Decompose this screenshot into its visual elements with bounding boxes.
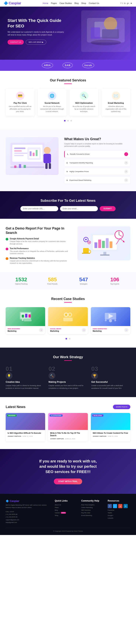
case-subcategory-1: Marketing	[8, 330, 20, 332]
great-illustration-container	[6, 137, 58, 175]
case-dot-1[interactable]	[66, 338, 67, 340]
svg-point-49	[22, 319, 24, 321]
great-item-1[interactable]: 1. Results Focused & Driven ✓	[64, 151, 130, 158]
footer-grid: 🔷 Caspiar SEO & Digital Marketing WP the…	[6, 500, 130, 524]
footer-community-2[interactable]: Online Marketing	[81, 507, 104, 508]
featured-services-title: Our Featured Services	[6, 78, 130, 82]
footer-twitter-icon[interactable]: t	[113, 504, 117, 508]
svg-rect-29	[102, 241, 105, 248]
nav-case-studies[interactable]: Case Studies	[60, 2, 72, 4]
footer-about: SEO & Digital Marketing WP theme with va…	[6, 504, 51, 509]
demo-illustration	[78, 226, 130, 260]
footer-resource-1[interactable]: Facebook	[108, 509, 130, 511]
svg-rect-24	[24, 165, 26, 168]
case-subcategory-2: Marketing	[50, 330, 61, 332]
news-body-2: Write A Title To Be On Top Of The Search…	[48, 430, 88, 442]
demo-item-title-3: Revenue Tracking Statistics	[10, 257, 72, 259]
stats-grid: 1532 Highest Ranking 585 Fixed Results 5…	[6, 276, 130, 285]
dot-3[interactable]	[70, 120, 72, 122]
footer-link-blog[interactable]: Blog	[55, 509, 78, 511]
demo-title: Get a Demo Report For Your Page In Searc…	[6, 226, 72, 235]
great-item-3[interactable]: 3. Highly Competitive Prices +	[64, 168, 130, 175]
case-arrow-3[interactable]: →	[124, 328, 128, 332]
stat-strategies-value: 547	[68, 276, 99, 282]
social-title: Social Network	[40, 102, 64, 104]
facebook-icon[interactable]: f	[121, 2, 121, 4]
case-text-2: Social Media Marketing	[50, 328, 61, 332]
news-date-3: JUNE 21, 2019	[108, 436, 118, 437]
strategy-desc-1: Caspiar helps path to clients for knowin…	[6, 384, 45, 390]
demo-item-title-2: Text Ad Performance	[10, 248, 72, 250]
case-arrow-2[interactable]: →	[82, 328, 86, 332]
seo-description: Be at the top of google search by an inc…	[72, 105, 96, 113]
stat-experts-value: 106	[99, 276, 130, 282]
subscribe-content: Subscribe For To Get Latest News SUBMIT	[6, 199, 130, 211]
partner-incub: Incub	[82, 62, 94, 68]
subscribe-email-input[interactable]	[60, 206, 98, 211]
svg-rect-32	[103, 252, 106, 255]
footer-linkedin-icon[interactable]: in	[124, 504, 128, 508]
case-info-1: Web Designing Marketing →	[6, 326, 45, 334]
footer-facebook-icon[interactable]: f	[108, 504, 112, 508]
dot-1[interactable]	[64, 120, 66, 122]
twitter-icon[interactable]: t	[122, 2, 123, 4]
footer-link-shop[interactable]: Shop	[55, 514, 78, 516]
social-description: We let you to be always connected with a…	[40, 105, 64, 113]
great-item-4[interactable]: 4. Experiment Based Marketing +	[64, 177, 130, 184]
great-check-4: +	[124, 178, 128, 182]
footer-link-careers[interactable]: CareersNEW	[55, 512, 78, 514]
news-title: Latest News	[6, 405, 26, 409]
more-posts-button[interactable]: MORE POSTS	[113, 405, 130, 409]
nav-blog[interactable]: Blog	[74, 2, 78, 4]
googleplus-icon[interactable]: g+	[127, 2, 129, 4]
footer-google-icon[interactable]: g	[118, 504, 122, 508]
email-title: Email Marketing	[104, 102, 128, 104]
stat-results: 585 Fixed Results	[37, 276, 68, 285]
nav-home[interactable]: Home	[43, 2, 48, 4]
great-check-3: +	[124, 170, 128, 174]
footer-community-5[interactable]: Email Marketing	[81, 514, 104, 516]
great-item-2[interactable]: 2. Transparent Monthly Reporting +	[64, 160, 130, 166]
case-arrow-1[interactable]: →	[39, 328, 43, 332]
great-title: What Makes Us Great?	[64, 137, 130, 141]
svg-rect-19	[45, 163, 48, 169]
svg-rect-9	[14, 150, 22, 152]
svg-rect-27	[94, 242, 97, 248]
great-num-2: 2.	[66, 162, 68, 164]
copyright: © Copyright 2019 Powered by Victor Theme	[53, 530, 83, 532]
footer-community-title: Community Help	[81, 500, 104, 502]
subscribe-button[interactable]: SUBMIT	[100, 206, 116, 211]
cta-button[interactable]: START WITH A TRIAL	[54, 478, 82, 484]
footer-resources-title: Resources	[108, 500, 130, 502]
nav-shop[interactable]: Shop	[81, 2, 86, 4]
stat-experts-label: Top Experts	[99, 283, 130, 285]
footer-link-about[interactable]: About Us	[55, 504, 78, 506]
footer-resource-3[interactable]: Google+	[108, 514, 130, 516]
footer-community-3[interactable]: SEO Services	[81, 509, 104, 511]
linkedin-icon[interactable]: in	[124, 2, 126, 4]
contact-button[interactable]: CONTACT US	[8, 40, 24, 44]
nav-pages[interactable]: Pages	[51, 2, 57, 4]
demo-item-text-2: Text Ad Performance The remain objective…	[10, 248, 72, 255]
svg-point-43	[88, 242, 90, 243]
strategy-title-1: Creative Idea	[6, 381, 45, 383]
footer-link-plans[interactable]: Plans	[55, 507, 78, 508]
demo-button[interactable]: SEE LIVE DEMO ▶	[26, 40, 46, 44]
partner-aria: ARIA	[42, 62, 53, 68]
strategy-desc-3: Create a successful path with a dedicate…	[91, 384, 130, 390]
footer-resource-2[interactable]: Twitter	[108, 512, 130, 514]
nav-logo: 🔷 Caspiar	[4, 1, 21, 5]
news-card-2: ILLUSTRATIONS Write A Title To Be On Top…	[48, 413, 88, 442]
footer-community-4[interactable]: Pay Per Click	[81, 512, 104, 514]
case-dot-2[interactable]	[69, 338, 70, 340]
dot-2[interactable]	[67, 120, 69, 122]
subscribe-url-input[interactable]	[20, 206, 58, 211]
star-icon[interactable]: ★	[130, 2, 132, 4]
case-dots	[6, 338, 130, 340]
footer-resource-4[interactable]: LinkedIn	[108, 517, 130, 519]
stat-ranking: 1532 Highest Ranking	[6, 276, 37, 285]
nav-contact[interactable]: Contact Us	[89, 2, 99, 4]
footer-community-col: Community Help Real Time Analytics Onlin…	[81, 500, 104, 524]
email-description: Advertise about your organization with o…	[104, 105, 128, 113]
footer-community-1[interactable]: Real Time Analytics	[81, 504, 104, 506]
